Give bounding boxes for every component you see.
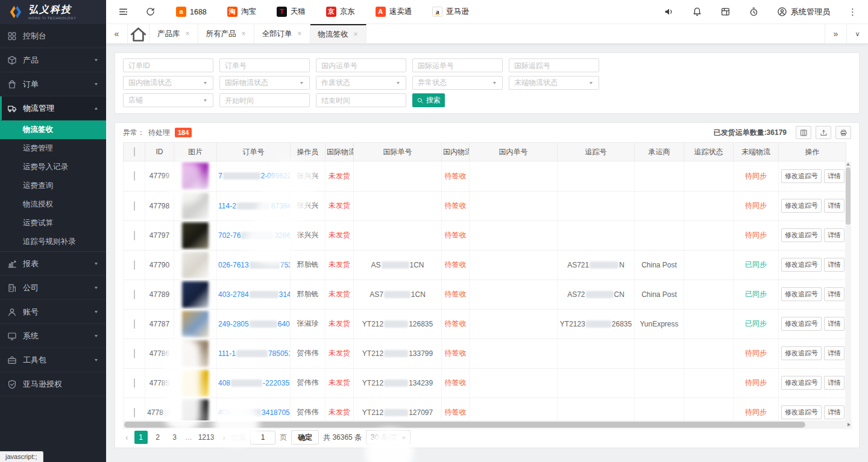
row-checkbox[interactable] — [134, 349, 135, 358]
row-checkbox[interactable] — [134, 231, 135, 240]
detail-button[interactable]: 详情 — [824, 405, 844, 419]
order-number-link[interactable]: 408-2220355 — [218, 379, 291, 387]
intl-waybill-input[interactable] — [412, 58, 503, 72]
panel-grid-icon[interactable] — [720, 7, 731, 17]
column-settings-button[interactable] — [796, 126, 811, 139]
row-checkbox[interactable] — [134, 171, 135, 181]
tabs-dropdown-icon[interactable]: ∨ — [846, 24, 868, 43]
order-number-link[interactable]: 026-76137536 — [218, 261, 291, 269]
page-number-3[interactable]: 3 — [168, 431, 181, 444]
scroll-right-arrow-icon[interactable] — [848, 423, 851, 426]
edit-tracking-button[interactable]: 修改追踪号 — [781, 317, 822, 331]
marketplace-link-aliexpress[interactable]: A速卖通 — [376, 7, 412, 17]
edit-tracking-button[interactable]: 修改追踪号 — [781, 258, 822, 272]
tab-all-products[interactable]: 所有产品× — [198, 24, 254, 43]
detail-button[interactable]: 详情 — [824, 317, 844, 331]
row-checkbox[interactable] — [134, 378, 135, 388]
search-button[interactable]: 搜索 — [412, 93, 445, 107]
sidebar-item-dashboard[interactable]: 控制台 — [0, 24, 106, 48]
order-number-link[interactable]: 403-27843148 — [218, 290, 291, 299]
edit-tracking-button[interactable]: 修改追踪号 — [781, 346, 822, 360]
product-image[interactable] — [182, 252, 209, 278]
void-status-select[interactable]: 作废状态▼ — [316, 76, 406, 90]
prev-page-icon[interactable]: ‹ — [124, 432, 130, 442]
goto-confirm-button[interactable]: 确定 — [291, 430, 319, 445]
detail-button[interactable]: 详情 — [824, 228, 844, 242]
product-image[interactable] — [182, 193, 209, 219]
horizontal-scrollbar[interactable] — [123, 420, 852, 429]
product-image[interactable] — [182, 281, 209, 308]
sidebar-item-toolkit[interactable]: 工具包▼ — [0, 348, 106, 372]
admin-user-menu[interactable]: 系统管理员 — [777, 7, 830, 17]
vertical-scrollbar-thumb[interactable] — [846, 167, 851, 225]
vertical-scrollbar[interactable] — [845, 161, 851, 420]
order-number-link[interactable]: 72-0996221 — [218, 172, 291, 180]
row-checkbox[interactable] — [134, 201, 135, 211]
sidebar-item-amazon-auth[interactable]: 亚马逊授权 — [0, 372, 106, 396]
marketplace-link-1688[interactable]: a1688 — [176, 7, 207, 17]
edit-tracking-button[interactable]: 修改追踪号 — [781, 228, 822, 242]
marketplace-link-tmall[interactable]: T天猫 — [277, 7, 306, 17]
row-checkbox[interactable] — [134, 408, 135, 417]
submenu-item-sign-receive[interactable]: 物流签收 — [0, 120, 106, 139]
tabs-scroll-left[interactable]: « — [106, 24, 128, 43]
menu-fold-icon[interactable] — [118, 7, 128, 17]
tab-all-orders[interactable]: 全部订单× — [254, 24, 310, 43]
order-number-link[interactable]: 114-2873846 — [218, 202, 291, 210]
edit-tracking-button[interactable]: 修改追踪号 — [781, 199, 822, 213]
submenu-item-tracking-rule[interactable]: 追踪号规则补录 — [0, 233, 106, 251]
product-image[interactable] — [182, 370, 209, 396]
marketplace-link-jd[interactable]: 京京东 — [326, 7, 355, 17]
edit-tracking-button[interactable]: 修改追踪号 — [781, 405, 822, 419]
row-checkbox[interactable] — [134, 260, 135, 270]
sidebar-item-system[interactable]: 系统▼ — [0, 324, 106, 348]
detail-button[interactable]: 详情 — [824, 199, 844, 213]
edit-tracking-button[interactable]: 修改追踪号 — [781, 287, 822, 301]
end-time-input[interactable] — [316, 93, 406, 107]
horizontal-scrollbar-thumb[interactable] — [124, 422, 805, 428]
pending-count-badge[interactable]: 184 — [175, 128, 192, 137]
tab-product-library[interactable]: 产品库× — [149, 24, 198, 43]
close-tab-icon[interactable]: × — [242, 30, 246, 38]
sidebar-item-company[interactable]: 公司▼ — [0, 276, 106, 300]
page-number-1213[interactable]: 1213 — [196, 431, 217, 444]
goto-page-input[interactable] — [250, 431, 275, 445]
product-image[interactable] — [182, 222, 209, 249]
marketplace-link-amazon[interactable]: a亚马逊 — [432, 7, 469, 17]
tabs-scroll-right[interactable]: » — [825, 24, 846, 43]
product-image[interactable] — [182, 399, 209, 421]
start-time-input[interactable] — [219, 93, 310, 107]
shop-select[interactable]: 店铺▼ — [123, 93, 213, 107]
product-image[interactable] — [182, 163, 209, 189]
sidebar-item-report[interactable]: 报表▼ — [0, 252, 106, 276]
refresh-icon[interactable] — [145, 7, 156, 17]
detail-button[interactable]: 详情 — [824, 346, 844, 360]
row-checkbox[interactable] — [134, 290, 135, 299]
order-no-input[interactable] — [219, 58, 310, 72]
notification-bell-icon[interactable] — [692, 7, 702, 17]
detail-button[interactable]: 详情 — [824, 258, 844, 272]
page-number-1[interactable]: 1 — [134, 431, 148, 444]
close-tab-icon[interactable]: × — [298, 30, 302, 38]
detail-button[interactable]: 详情 — [824, 169, 844, 183]
close-tab-icon[interactable]: × — [354, 30, 358, 39]
submenu-item-freight-manage[interactable]: 运费管理 — [0, 139, 106, 158]
submenu-item-freight-import[interactable]: 运费导入记录 — [0, 158, 106, 176]
pending-label[interactable]: 待处理 — [148, 128, 170, 138]
edit-tracking-button[interactable]: 修改追踪号 — [781, 376, 822, 390]
order-number-link[interactable]: 249-2805640 — [218, 320, 290, 328]
announcement-icon[interactable] — [664, 7, 674, 17]
print-button[interactable] — [835, 126, 851, 139]
exception-status-select[interactable]: 异常状态▼ — [412, 76, 503, 90]
edit-tracking-button[interactable]: 修改追踪号 — [781, 169, 822, 183]
home-tab[interactable] — [128, 24, 149, 43]
submenu-item-freight-trial[interactable]: 运费试算 — [0, 214, 106, 233]
domestic-waybill-input[interactable] — [316, 58, 406, 72]
select-all-checkbox[interactable] — [134, 147, 135, 157]
scroll-up-arrow-icon[interactable] — [846, 163, 850, 166]
sidebar-item-product[interactable]: 产品▼ — [0, 48, 106, 72]
page-size-select[interactable]: 30 条/页∨ — [366, 430, 410, 445]
timer-icon[interactable] — [749, 7, 759, 17]
sidebar-item-logistics[interactable]: 物流管理▲ — [0, 96, 106, 120]
detail-button[interactable]: 详情 — [824, 287, 844, 301]
